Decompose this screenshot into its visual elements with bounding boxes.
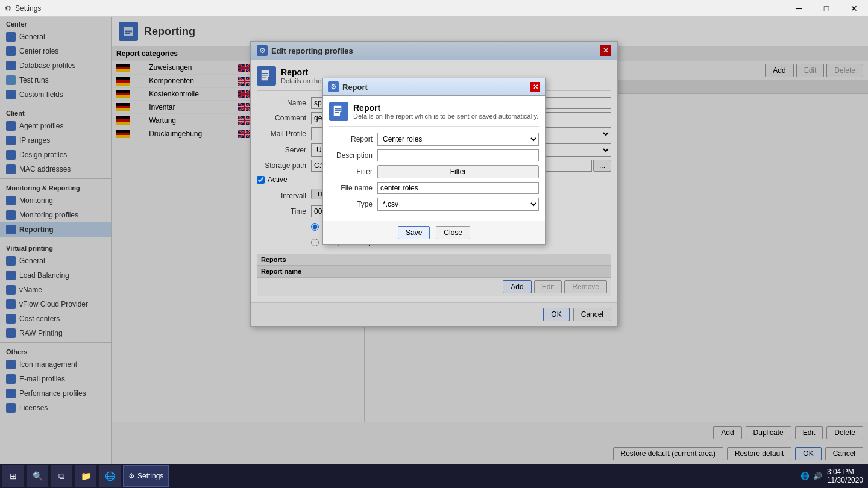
taskbar-settings-app[interactable]: ⚙ Settings xyxy=(123,465,169,487)
volume-icon: 🔊 xyxy=(813,472,822,480)
settings-app-label: Settings xyxy=(137,472,163,480)
inner-filename-row: File name xyxy=(329,182,539,194)
inner-description-input[interactable] xyxy=(377,149,539,161)
inner-report-select-container: Center roles xyxy=(377,133,539,146)
inner-type-label: Type xyxy=(329,200,377,208)
taskbar-right: 🌐 🔊 3:04 PM 11/30/2020 xyxy=(800,468,868,484)
inner-description-label: Description xyxy=(329,151,377,160)
inner-description-row: Description xyxy=(329,149,539,161)
inner-modal-title: Report xyxy=(342,83,368,92)
title-controls: ─ □ ✕ xyxy=(785,0,868,17)
svg-rect-37 xyxy=(340,112,344,117)
inner-report-title: Report xyxy=(353,103,538,113)
inner-type-row: Type *.csv xyxy=(329,198,539,211)
edge-button[interactable]: 🌐 xyxy=(99,465,121,487)
inner-modal-footer: Save Close xyxy=(323,221,545,244)
inner-modal-body: Report Details on the report which is to… xyxy=(323,96,545,221)
inner-report-subtitle: Details on the report which is to be sen… xyxy=(353,113,538,120)
inner-report-row: Report Center roles xyxy=(329,133,539,146)
maximize-button[interactable]: □ xyxy=(813,0,840,17)
system-icons: 🌐 🔊 xyxy=(800,472,822,480)
inner-save-button[interactable]: Save xyxy=(398,226,430,239)
svg-rect-36 xyxy=(335,112,339,113)
svg-rect-34 xyxy=(335,108,341,110)
inner-report-modal: ⚙ Report ✕ Report Details on the r xyxy=(322,78,546,245)
inner-filter-button[interactable]: Filter xyxy=(377,165,539,178)
taskbar-left: ⊞ 🔍 ⧉ 📁 🌐 ⚙ Settings xyxy=(0,465,169,487)
date-display: 11/30/2020 xyxy=(827,476,863,484)
title-bar-text: ⚙ Settings xyxy=(5,4,41,13)
inner-modal-gear-icon: ⚙ xyxy=(328,81,339,92)
inner-type-select-container: *.csv xyxy=(377,198,539,211)
inner-filter-row: Filter Filter xyxy=(329,165,539,178)
settings-app-icon: ⚙ xyxy=(128,472,135,480)
inner-modal-overlay: ⚙ Report ✕ Report Details on the r xyxy=(251,42,617,326)
minimize-button[interactable]: ─ xyxy=(785,0,813,17)
inner-filter-label: Filter xyxy=(329,167,377,176)
inner-modal-header: ⚙ Report ✕ xyxy=(323,78,545,96)
inner-type-select[interactable]: *.csv xyxy=(377,198,539,211)
clock: 3:04 PM 11/30/2020 xyxy=(827,468,863,484)
inner-modal-header-left: ⚙ Report xyxy=(328,81,368,92)
search-button[interactable]: 🔍 xyxy=(27,465,48,487)
explorer-button[interactable]: 📁 xyxy=(75,465,96,487)
close-button[interactable]: ✕ xyxy=(840,0,868,17)
time-display: 3:04 PM xyxy=(827,468,863,476)
settings-icon: ⚙ xyxy=(5,4,11,13)
taskbar: ⊞ 🔍 ⧉ 📁 🌐 ⚙ Settings 🌐 🔊 3:04 PM 11/30/2… xyxy=(0,464,868,488)
network-icon: 🌐 xyxy=(800,472,810,480)
inner-report-select[interactable]: Center roles xyxy=(377,133,539,146)
inner-report-icon xyxy=(329,102,348,121)
inner-close-button[interactable]: Close xyxy=(436,226,470,239)
edit-reporting-modal: ⚙ Edit reporting profiles ✕ Report Detai… xyxy=(250,41,618,327)
inner-report-header: Report Details on the report which is to… xyxy=(329,102,539,127)
inner-report-label: Report xyxy=(329,135,377,143)
inner-filename-label: File name xyxy=(329,184,377,192)
window-title: Settings xyxy=(15,4,41,13)
inner-filename-input[interactable] xyxy=(377,182,539,194)
modal-overlay: ⚙ Edit reporting profiles ✕ Report Detai… xyxy=(0,17,868,464)
title-bar: ⚙ Settings ─ □ ✕ xyxy=(0,0,868,17)
inner-report-header-text: Report Details on the report which is to… xyxy=(353,103,538,120)
inner-modal-close-button[interactable]: ✕ xyxy=(530,82,540,92)
svg-rect-35 xyxy=(335,110,341,111)
start-button[interactable]: ⊞ xyxy=(2,465,24,487)
task-view-button[interactable]: ⧉ xyxy=(51,465,72,487)
